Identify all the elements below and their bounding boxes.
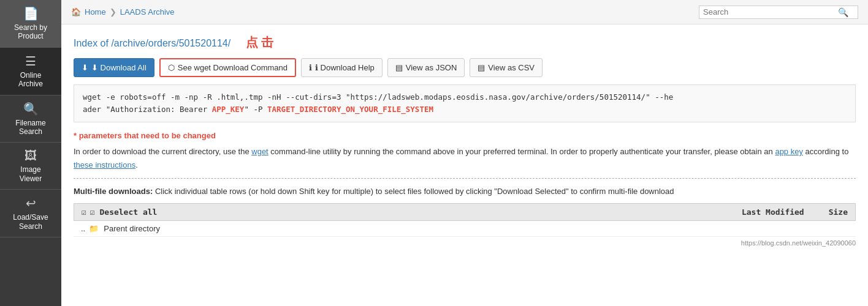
folder-icon: 📁 (89, 224, 99, 233)
table-header-right: Last Modified Size (742, 207, 848, 217)
table-row[interactable]: .. 📁 Parent directory (74, 221, 856, 237)
command-line2-mid: " -P (244, 105, 267, 114)
multifile-rest: Click individual table rows (or hold dow… (155, 187, 674, 196)
app-key-placeholder: APP_KEY (212, 105, 245, 114)
info-prefix: In order to download the current directo… (74, 147, 251, 156)
home-icon: 🏠 (71, 7, 81, 17)
sidebar-label-filename-search: FilenameSearch (15, 119, 45, 136)
sidebar-item-image-viewer[interactable]: 🖼 ImageViewer (0, 143, 61, 190)
instructions-link[interactable]: these instructions (74, 160, 135, 170)
info-final: . (135, 160, 138, 170)
wget-icon: ⬡ (168, 63, 175, 72)
info-mid: command-line utility by running the comm… (268, 147, 775, 156)
search-button[interactable]: 🔍 (838, 7, 848, 17)
json-icon: ▤ (395, 63, 403, 72)
home-link[interactable]: Home (85, 7, 106, 17)
sidebar-item-online-archive[interactable]: ☰ OnlineArchive (0, 48, 61, 95)
sidebar-label-search-by-product: Search by Product (3, 23, 58, 41)
wget-command-button[interactable]: ⬡ See wget Download Command (159, 58, 296, 77)
annotation-click: 点 击 (246, 35, 273, 49)
back-icon: ↩ (26, 196, 36, 211)
command-line1: wget -e robots=off -m -np -R .html,.tmp … (83, 92, 673, 102)
breadcrumb-separator: ❯ (110, 7, 116, 17)
wget-command-label: See wget Download Command (178, 63, 287, 72)
command-box: wget -e robots=off -m -np -R .html,.tmp … (74, 84, 856, 122)
parent-directory-label: Parent directory (104, 224, 160, 233)
checkbox-icon: ☑ (82, 207, 86, 217)
download-icon: ⬇ (82, 63, 88, 72)
dots-prefix: .. (81, 224, 85, 233)
app-key-link[interactable]: app key (775, 147, 803, 156)
title-path: /archive/orders/501520114/ (111, 38, 230, 48)
sidebar-item-load-save-search[interactable]: ↩ Load/SaveSearch (0, 190, 61, 237)
sidebar-label-load-save-search: Load/SaveSearch (13, 213, 48, 231)
deselect-all-label[interactable]: ☑ Deselect all (90, 207, 158, 217)
laads-archive-link[interactable]: LAADS Archive (120, 7, 175, 17)
sidebar: 📄 Search by Product ☰ OnlineArchive 🔍 Fi… (0, 0, 61, 306)
csv-icon: ▤ (478, 63, 485, 72)
search-input[interactable] (703, 7, 838, 17)
sidebar-label-image-viewer: ImageViewer (20, 165, 42, 183)
bottom-link: https://blog.csdn.net/weixin_42090060 (74, 239, 856, 247)
toolbar: ⬇ ⬇ Download All ⬡ See wget Download Com… (74, 58, 856, 77)
top-header: 🏠 Home ❯ LAADS Archive 🔍 (61, 0, 868, 24)
table-header: ☑ ☑ Deselect all Last Modified Size (74, 203, 856, 221)
info-text: In order to download the current directo… (74, 145, 856, 172)
download-help-button[interactable]: ℹ ℹ Download Help (301, 58, 383, 77)
download-all-label: ⬇ Download All (91, 63, 147, 72)
info-icon: ℹ (309, 63, 312, 72)
csdn-link: https://blog.csdn.net/weixin_42090060 (741, 239, 856, 247)
page-wrapper: 📄 Search by Product ☰ OnlineArchive 🔍 Fi… (0, 0, 868, 306)
breadcrumb: 🏠 Home ❯ LAADS Archive (71, 7, 175, 17)
title-prefix: Index of (74, 38, 111, 48)
size-col: Size (829, 207, 848, 217)
section-divider (74, 178, 856, 179)
table-header-left: ☑ ☑ Deselect all (82, 207, 157, 217)
sidebar-label-online-archive: OnlineArchive (18, 71, 43, 89)
command-line2: ader "Authorization: Bearer (83, 105, 212, 114)
main-content: Index of /archive/orders/501520114/ 点 击 … (61, 24, 868, 306)
search-box: 🔍 (699, 6, 858, 19)
info-end: according to (803, 147, 848, 156)
multifile-bold: Multi-file downloads: (74, 187, 153, 196)
view-json-label: View as JSON (406, 63, 457, 72)
warning-text: * parameters that need to be changed (74, 131, 856, 140)
search-icon: 🔍 (23, 102, 39, 116)
list-icon: ☰ (25, 54, 36, 69)
sidebar-item-search-by-product[interactable]: 📄 Search by Product (0, 0, 61, 48)
document-icon: 📄 (23, 6, 39, 21)
last-modified-col: Last Modified (742, 207, 804, 217)
page-title: Index of /archive/orders/501520114/ 点 击 (74, 34, 856, 51)
download-help-label: ℹ Download Help (315, 63, 375, 72)
image-icon: 🖼 (25, 149, 37, 163)
target-dir-placeholder: TARGET_DIRECTORY_ON_YOUR_FILE_SYSTEM (267, 105, 433, 114)
download-all-button[interactable]: ⬇ ⬇ Download All (74, 58, 154, 77)
view-json-button[interactable]: ▤ View as JSON (387, 58, 465, 77)
wget-link[interactable]: wget (251, 147, 268, 156)
view-csv-label: View as CSV (488, 63, 535, 72)
multifile-text: Multi-file downloads: Click individual t… (74, 185, 856, 198)
sidebar-item-filename-search[interactable]: 🔍 FilenameSearch (0, 95, 61, 143)
view-csv-button[interactable]: ▤ View as CSV (470, 58, 542, 77)
